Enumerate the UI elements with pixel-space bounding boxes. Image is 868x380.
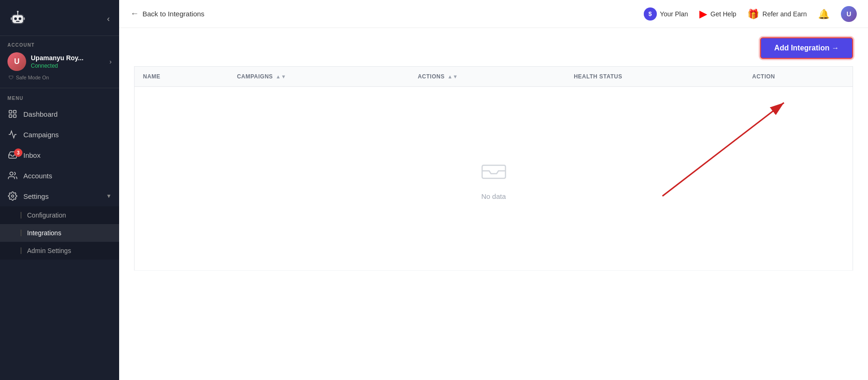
admin-settings-label: Admin Settings bbox=[27, 247, 71, 254]
submenu-line bbox=[21, 247, 21, 254]
account-info: Upamanyu Roy... Connected bbox=[31, 54, 105, 70]
svg-rect-10 bbox=[14, 111, 16, 113]
back-to-integrations-link[interactable]: ← Back to Integrations bbox=[130, 9, 205, 19]
integrations-table-wrap: NAME CAMPAIGNS ▲▼ ACTIONS ▲▼ bbox=[119, 66, 868, 271]
integrations-table: NAME CAMPAIGNS ▲▼ ACTIONS ▲▼ bbox=[134, 66, 853, 271]
settings-submenu: Configuration Integrations Admin Setting… bbox=[0, 206, 119, 260]
table-body: No data bbox=[135, 87, 853, 271]
th-name: NAME bbox=[135, 67, 229, 87]
th-action: ACTION bbox=[744, 67, 853, 87]
submenu-line bbox=[21, 230, 21, 236]
th-health-status: HEALTH STATUS bbox=[565, 67, 744, 87]
svg-rect-1 bbox=[13, 15, 23, 23]
action-bar: Add Integration → bbox=[119, 28, 868, 66]
integrations-label: Integrations bbox=[27, 229, 61, 237]
svg-point-3 bbox=[19, 17, 21, 20]
safe-mode-label: Safe Mode On bbox=[16, 75, 49, 80]
collapse-button[interactable]: ‹ bbox=[105, 12, 112, 26]
account-chevron-icon[interactable]: › bbox=[109, 58, 112, 65]
inbox-badge: 3 bbox=[14, 148, 22, 157]
shield-icon: 🛡 bbox=[8, 75, 14, 80]
topbar-right: $ Your Plan ▶ Get Help 🎁 Refer and Earn … bbox=[644, 6, 857, 22]
empty-state-row: No data bbox=[135, 87, 853, 271]
avatar: U bbox=[7, 52, 26, 71]
svg-rect-7 bbox=[11, 17, 12, 20]
dashboard-label: Dashboard bbox=[23, 110, 112, 118]
sidebar-header: ‹ bbox=[0, 0, 119, 36]
user-avatar-top[interactable]: U bbox=[841, 6, 857, 22]
actions-sort-icon: ▲▼ bbox=[448, 74, 458, 79]
main-content: ← Back to Integrations $ Your Plan ▶ Get… bbox=[119, 0, 868, 380]
sidebar-divider bbox=[0, 88, 119, 88]
sidebar: ‹ ACCOUNT U Upamanyu Roy... Connected › … bbox=[0, 0, 119, 380]
svg-rect-5 bbox=[17, 12, 18, 15]
sidebar-item-inbox[interactable]: Inbox 3 bbox=[0, 145, 119, 165]
svg-rect-8 bbox=[23, 17, 25, 20]
your-plan-label: Your Plan bbox=[660, 10, 688, 18]
empty-text: No data bbox=[153, 192, 834, 200]
svg-point-14 bbox=[12, 195, 14, 197]
sidebar-item-accounts[interactable]: Accounts bbox=[0, 165, 119, 186]
empty-icon bbox=[153, 157, 834, 186]
refer-earn-button[interactable]: 🎁 Refer and Earn bbox=[747, 8, 807, 20]
get-help-label: Get Help bbox=[711, 10, 736, 18]
main-nav: Dashboard Campaigns Inbox 3 Accounts bbox=[0, 104, 119, 260]
empty-state: No data bbox=[144, 120, 843, 238]
topbar: ← Back to Integrations $ Your Plan ▶ Get… bbox=[119, 0, 868, 28]
svg-rect-11 bbox=[9, 115, 12, 118]
th-campaigns[interactable]: CAMPAIGNS ▲▼ bbox=[228, 67, 409, 87]
sidebar-item-settings[interactable]: Settings ▼ bbox=[0, 186, 119, 206]
sidebar-item-dashboard[interactable]: Dashboard bbox=[0, 104, 119, 124]
svg-rect-4 bbox=[16, 21, 20, 22]
campaigns-label: Campaigns bbox=[23, 131, 112, 139]
account-name: Upamanyu Roy... bbox=[31, 54, 105, 62]
your-plan-button[interactable]: $ Your Plan bbox=[644, 7, 688, 21]
settings-arrow-icon: ▼ bbox=[106, 193, 112, 199]
gift-icon: 🎁 bbox=[747, 8, 759, 20]
accounts-label: Accounts bbox=[23, 172, 112, 180]
svg-point-13 bbox=[10, 172, 13, 176]
dashboard-icon bbox=[7, 109, 18, 119]
svg-point-6 bbox=[17, 11, 19, 13]
campaigns-icon bbox=[7, 130, 18, 139]
account-user[interactable]: U Upamanyu Roy... Connected › bbox=[7, 52, 112, 71]
get-help-button[interactable]: ▶ Get Help bbox=[699, 8, 736, 20]
menu-label: MENU bbox=[0, 91, 119, 104]
th-actions[interactable]: ACTIONS ▲▼ bbox=[409, 67, 565, 87]
submenu-line bbox=[21, 212, 21, 218]
notifications-button[interactable]: 🔔 bbox=[818, 8, 830, 20]
campaigns-sort-icon: ▲▼ bbox=[276, 74, 286, 79]
page-content: Add Integration → NAME CAMPAIGNS ▲▼ bbox=[119, 28, 868, 380]
account-section: ACCOUNT U Upamanyu Roy... Connected › 🛡 … bbox=[0, 36, 119, 85]
accounts-icon bbox=[7, 171, 18, 180]
svg-rect-9 bbox=[9, 111, 12, 113]
plan-icon: $ bbox=[644, 7, 657, 21]
add-integration-button[interactable]: Add Integration → bbox=[760, 37, 853, 59]
account-status: Connected bbox=[31, 63, 105, 69]
submenu-item-admin-settings[interactable]: Admin Settings bbox=[0, 242, 119, 260]
user-avatar: U bbox=[7, 52, 26, 71]
submenu-item-configuration[interactable]: Configuration bbox=[0, 206, 119, 224]
table-header: NAME CAMPAIGNS ▲▼ ACTIONS ▲▼ bbox=[135, 67, 853, 87]
back-arrow-icon: ← bbox=[130, 9, 139, 19]
inbox-label: Inbox bbox=[23, 151, 112, 159]
submenu-item-integrations[interactable]: Integrations bbox=[0, 224, 119, 242]
configuration-label: Configuration bbox=[27, 211, 66, 219]
svg-point-2 bbox=[14, 17, 17, 20]
app-logo bbox=[7, 8, 28, 29]
safe-mode: 🛡 Safe Mode On bbox=[7, 75, 112, 80]
svg-rect-15 bbox=[482, 165, 505, 178]
svg-rect-12 bbox=[14, 115, 16, 118]
refer-earn-label: Refer and Earn bbox=[762, 10, 807, 18]
settings-label: Settings bbox=[23, 192, 100, 200]
settings-icon bbox=[7, 191, 18, 201]
sidebar-item-campaigns[interactable]: Campaigns bbox=[0, 124, 119, 145]
youtube-icon: ▶ bbox=[699, 8, 707, 20]
account-label: ACCOUNT bbox=[7, 42, 112, 48]
back-link-label: Back to Integrations bbox=[142, 10, 205, 18]
